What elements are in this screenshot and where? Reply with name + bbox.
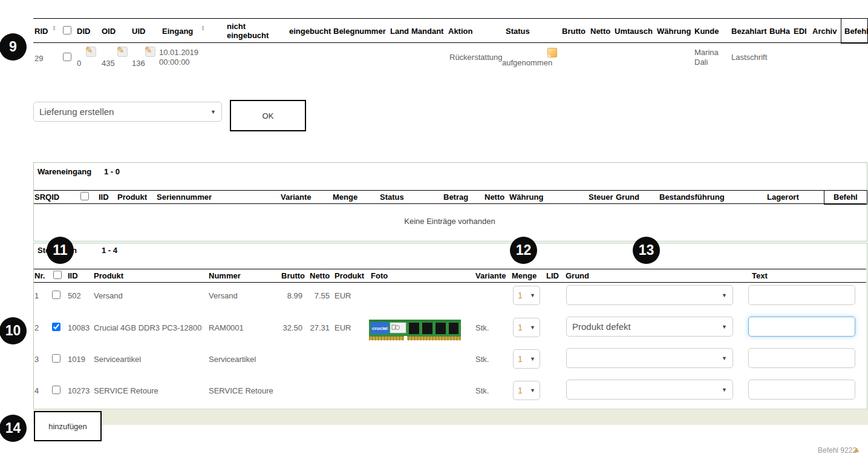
chevron-down-icon: ▼ — [722, 387, 727, 393]
menge-select[interactable]: 1 ▼ — [513, 318, 540, 337]
annotation-12: 12 — [510, 237, 537, 264]
col-steuer: Steuer — [589, 192, 613, 202]
stornieren-header-top-border — [34, 269, 866, 269]
col-brutto: Brutto — [562, 27, 586, 36]
text-input[interactable] — [748, 317, 855, 337]
col-befehl: Befehl — [844, 27, 868, 36]
stornieren-select-all-checkbox[interactable] — [53, 271, 62, 279]
chevron-down-icon: ▼ — [722, 324, 727, 330]
menge-value: 1 — [518, 354, 523, 364]
col-uid: UID — [132, 27, 145, 36]
menge-select[interactable]: 1 ▼ — [513, 286, 540, 305]
row-nummer: RAM0001 — [209, 323, 244, 333]
menge-select[interactable]: 1 ▼ — [513, 349, 540, 369]
annotation-9: 9 — [0, 33, 27, 61]
ok-button[interactable]: OK — [230, 100, 306, 131]
wareneingang-range: 1 - 0 — [104, 167, 120, 176]
command-id-label: Befehl 9222 — [818, 446, 857, 454]
annotation-13: 13 — [633, 237, 660, 264]
edit-icon[interactable]: ✎ — [86, 47, 96, 57]
col-iid: IID — [68, 271, 78, 280]
edit-icon[interactable]: ✎ — [117, 47, 128, 57]
wareneingang-header-bottom-border — [34, 203, 866, 204]
row-netto: 7.55 — [304, 291, 330, 301]
annotation-14: 14 — [0, 415, 27, 442]
row-produkt: Versand — [94, 291, 123, 301]
col-produkt-waehrung: Produkt — [334, 271, 364, 280]
col-iid: IID — [99, 192, 109, 202]
rma-detail-page: RID ▲ ▼ DID OID UID Eingang ▲ ▼ nicht ei… — [0, 0, 868, 454]
return-row-checkbox[interactable] — [63, 53, 71, 61]
menge-value: 1 — [518, 291, 523, 300]
grund-value: Produkt defekt — [572, 321, 631, 332]
returns-table-top-border — [33, 18, 867, 19]
col-menge: Menge — [512, 271, 537, 280]
text-input[interactable] — [748, 380, 855, 400]
menge-select[interactable]: 1 ▼ — [513, 381, 540, 400]
returns-header-bottom-border — [33, 42, 867, 43]
stornieren-row-checkbox[interactable] — [52, 291, 60, 299]
text-input[interactable] — [748, 348, 855, 368]
annotation-11: 11 — [47, 237, 74, 264]
col-srqid: SRQID — [34, 192, 59, 202]
bezahlart-value: Lastschrift — [731, 53, 767, 62]
col-belegnummer: Belegnummer — [333, 27, 386, 36]
row-produkt: Serviceartikel — [94, 355, 141, 364]
col-kunde: Kunde — [694, 27, 719, 36]
grund-select[interactable]: ▼ — [566, 285, 733, 305]
action-select-value: Lieferung erstellen — [39, 107, 114, 117]
row-produkt: SERVICE Retoure — [94, 386, 158, 396]
col-lid: LID — [546, 271, 559, 280]
col-edi: EDI — [794, 27, 807, 36]
wareneingang-section — [33, 162, 867, 242]
stornieren-row-checkbox[interactable] — [52, 386, 60, 394]
menge-value: 1 — [518, 386, 523, 395]
wareneingang-title: Wareneingang — [38, 167, 91, 176]
action-select[interactable]: Lieferung erstellen ▼ — [33, 102, 222, 122]
wareneingang-header-top-border — [34, 190, 866, 191]
row-produkt: Crucial 4GB DDR3 PC3-12800 — [94, 323, 201, 333]
chevron-down-icon: ▼ — [530, 356, 535, 362]
stornieren-row-checkbox[interactable] — [52, 323, 60, 331]
kunde-value: Marina Dali — [694, 48, 723, 67]
row-nr: 3 — [34, 355, 39, 364]
stornieren-row-checkbox[interactable] — [52, 354, 60, 363]
select-all-returns-checkbox[interactable] — [63, 26, 71, 35]
col-produkt: Produkt — [117, 192, 147, 202]
edit-icon[interactable]: ✎ — [145, 47, 155, 57]
chevron-down-icon: ▼ — [722, 292, 727, 298]
wareneingang-select-all-checkbox[interactable] — [80, 192, 89, 200]
add-button[interactable]: hinzufügen — [34, 411, 102, 441]
empty-state-text: Keine Einträge vorhanden — [33, 217, 866, 226]
chevron-down-icon: ▼ — [530, 387, 535, 393]
note-icon[interactable] — [547, 48, 557, 58]
rid-value: 29 — [34, 54, 43, 64]
col-lagerort: Lagerort — [767, 192, 799, 202]
col-netto: Netto — [485, 192, 504, 202]
col-oid: OID — [102, 27, 116, 36]
text-input[interactable] — [748, 285, 855, 305]
col-bestandsfuehrung: Bestandsführung — [659, 192, 725, 202]
scroll-top-icon[interactable]: ▲ — [853, 445, 861, 454]
sort-down-icon: ▼ — [52, 28, 56, 31]
chevron-down-icon: ▼ — [530, 324, 535, 331]
grund-select[interactable]: ▼ — [566, 348, 733, 368]
annotation-10: 10 — [0, 317, 27, 344]
col-status: Status — [506, 27, 530, 36]
col-variante: Variante — [281, 192, 312, 202]
grund-select[interactable]: ▼ — [566, 380, 733, 400]
col-eingebucht: eingebucht — [289, 27, 331, 36]
product-photo[interactable]: crucial — [369, 319, 461, 341]
row-nummer: Versand — [209, 291, 238, 301]
stornieren-range: 1 - 4 — [102, 246, 117, 255]
col-netto: Netto — [310, 271, 330, 280]
row-nummer: SERVICE Retoure — [209, 386, 273, 396]
status-value: aufgenommen — [502, 58, 552, 68]
sort-icon[interactable]: ▲ ▼ — [52, 25, 56, 31]
chevron-down-icon: ▼ — [530, 292, 535, 298]
sort-icon[interactable]: ▲ ▼ — [201, 25, 205, 31]
grund-select[interactable]: Produkt defekt ▼ — [566, 317, 733, 337]
row-nummer: Serviceartikel — [209, 355, 256, 364]
col-produkt: Produkt — [94, 271, 123, 280]
row-iid: 1019 — [68, 355, 85, 364]
